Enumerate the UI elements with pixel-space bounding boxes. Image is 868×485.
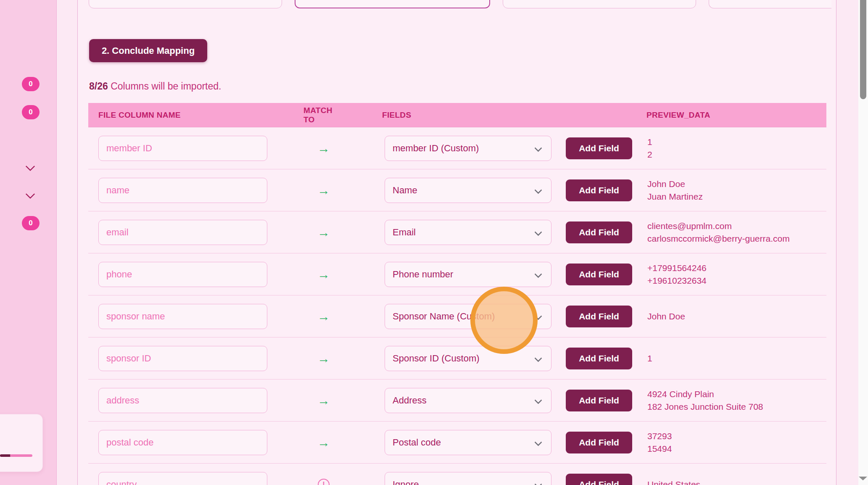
chevron-down-icon[interactable] [26, 190, 35, 199]
file-column-input[interactable] [98, 136, 267, 161]
progress-card [0, 414, 43, 472]
match-arrow-icon: → [313, 127, 334, 169]
file-column-input[interactable] [98, 304, 267, 329]
file-column-input[interactable] [98, 388, 267, 413]
header-match-to: MATCH TO [303, 103, 346, 127]
field-select-value: Sponsor ID (Custom) [393, 353, 480, 364]
table-header-row: FILE COLUMN NAME MATCH TO FIELDS PREVIEW… [88, 103, 826, 127]
field-select[interactable]: Address [385, 388, 551, 413]
chevron-down-icon [534, 480, 542, 485]
preview-cell: +17991564246+19610232634 [647, 253, 824, 295]
add-field-button[interactable]: Add Field [566, 179, 632, 201]
file-column-input[interactable] [98, 430, 267, 455]
arrow-right-icon: → [317, 310, 330, 323]
match-arrow-icon: → [313, 295, 334, 337]
preview-cell: 12 [647, 127, 824, 169]
chevron-down-icon [534, 438, 542, 446]
table-row: →EmailAdd Fieldclientes@upmlm.comcarlosm… [88, 211, 826, 253]
preview-line: Juan Martinez [647, 190, 824, 203]
file-column-input[interactable] [98, 262, 267, 287]
preview-line: United States [647, 478, 824, 485]
progress-bar-filled [0, 454, 11, 457]
preview-cell: John DoeJuan Martinez [647, 169, 824, 211]
table-row: →Sponsor ID (Custom)Add Field1 [88, 337, 826, 380]
file-column-input[interactable] [98, 472, 267, 485]
chevron-down-icon [534, 270, 542, 278]
field-select-value: Email [393, 227, 416, 238]
chevron-down-icon [534, 186, 542, 194]
field-select[interactable]: Sponsor ID (Custom) [385, 346, 551, 371]
scroll-down-arrow-icon[interactable] [859, 477, 867, 480]
chevron-down-icon [534, 354, 542, 362]
match-arrow-icon: → [313, 380, 334, 422]
arrow-right-icon: → [317, 184, 330, 197]
table-row: →Phone numberAdd Field+17991564246+19610… [88, 253, 826, 295]
notification-badge: 0 [22, 105, 40, 119]
preview-line: 2 [647, 148, 824, 161]
field-select[interactable]: Name [385, 178, 551, 203]
preview-line: carlosmccormick@berry-guerra.com [647, 232, 824, 245]
preview-line: John Doe [647, 178, 824, 190]
add-field-button[interactable]: Add Field [566, 348, 632, 369]
scrollbar-track[interactable] [858, 0, 868, 485]
scrollbar-thumb[interactable] [860, 0, 866, 99]
import-summary: 8/26 Columns will be imported. [89, 81, 221, 92]
header-fields: FIELDS [382, 103, 411, 127]
preview-cell: John Doe [647, 295, 824, 337]
progress-bar-track [10, 454, 32, 457]
add-field-button[interactable]: Add Field [566, 474, 632, 485]
field-select[interactable]: Ignore [385, 472, 551, 485]
field-select[interactable]: member ID (Custom) [385, 136, 551, 161]
add-field-button[interactable]: Add Field [566, 264, 632, 285]
field-select[interactable]: Phone number [385, 262, 551, 287]
field-select-value: Name [393, 185, 417, 196]
notification-badge: 0 [22, 216, 40, 230]
match-arrow-icon: → [313, 253, 334, 295]
chevron-down-icon[interactable] [26, 162, 35, 171]
top-panel-card[interactable] [709, 0, 831, 8]
add-field-button[interactable]: Add Field [566, 390, 632, 411]
field-select[interactable]: Email [385, 220, 551, 245]
arrow-right-icon: → [317, 394, 330, 407]
table-row: →member ID (Custom)Add Field12 [88, 127, 826, 169]
match-arrow-icon: → [313, 211, 334, 253]
header-file-column-name: FILE COLUMN NAME [98, 103, 181, 127]
arrow-right-icon: → [317, 142, 330, 155]
top-panel-card-selected[interactable] [295, 0, 490, 8]
preview-line: +17991564246 [647, 262, 824, 274]
table-row: →Sponsor Name (Custom)Add FieldJohn Doe [88, 295, 826, 337]
preview-line: 1 [647, 352, 824, 365]
table-row: →NameAdd FieldJohn DoeJuan Martinez [88, 169, 826, 211]
notification-badge: 0 [22, 77, 40, 91]
preview-line: +19610232634 [647, 274, 824, 287]
click-highlight-circle [470, 287, 538, 354]
arrow-right-icon: → [317, 352, 330, 365]
file-column-input[interactable] [98, 178, 267, 203]
add-field-button[interactable]: Add Field [566, 221, 632, 243]
conclude-mapping-button[interactable]: 2. Conclude Mapping [89, 39, 207, 62]
match-arrow-icon: → [313, 337, 334, 380]
warning-icon: ! [318, 479, 330, 485]
arrow-right-icon: → [317, 226, 330, 239]
table-row: !IgnoreAdd FieldUnited States [88, 464, 826, 485]
preview-cell: 4924 Cindy Plain182 Jones Junction Suite… [647, 380, 824, 422]
match-warning-icon: ! [313, 464, 334, 485]
table-row: →AddressAdd Field4924 Cindy Plain182 Jon… [88, 380, 826, 422]
add-field-button[interactable]: Add Field [566, 432, 632, 453]
import-count: 8/26 [89, 81, 108, 92]
sidebar: 0 0 0 [0, 0, 57, 485]
top-panel-card[interactable] [89, 0, 282, 8]
add-field-button[interactable]: Add Field [566, 137, 632, 159]
top-panel-card[interactable] [503, 0, 696, 8]
preview-line: 1 [647, 136, 824, 148]
add-field-button[interactable]: Add Field [566, 306, 632, 327]
preview-line: 4924 Cindy Plain [647, 388, 824, 401]
file-column-input[interactable] [98, 220, 267, 245]
chevron-down-icon [534, 228, 542, 236]
file-column-input[interactable] [98, 346, 267, 371]
mapping-table: FILE COLUMN NAME MATCH TO FIELDS PREVIEW… [88, 103, 826, 485]
chevron-down-icon [534, 144, 542, 152]
match-arrow-icon: → [313, 422, 334, 464]
field-select[interactable]: Postal code [385, 430, 551, 455]
import-summary-text: Columns will be imported. [111, 81, 221, 92]
